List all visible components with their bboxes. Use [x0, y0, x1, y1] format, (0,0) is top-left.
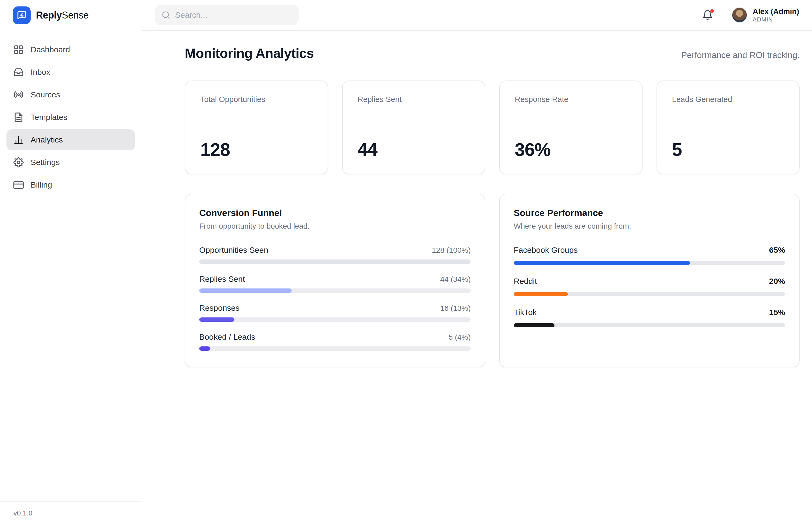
stat-value: 128	[200, 139, 313, 160]
source-row-value: 20%	[769, 277, 785, 286]
funnel-row-opportunities-seen: Opportunities Seen 128 (100%)	[199, 245, 471, 264]
user-role-badge: ADMIN	[753, 16, 799, 23]
sidebar-item-label: Sources	[31, 90, 60, 99]
app-window: ReplySense Dashboard	[0, 0, 812, 527]
broadcast-icon	[13, 90, 24, 100]
stat-value: 44	[358, 139, 470, 160]
funnel-row-booked-leads: Booked / Leads 5 (4%)	[199, 332, 471, 351]
progress-bar	[199, 346, 471, 351]
progress-bar-fill	[199, 288, 292, 293]
funnel-row-label: Booked / Leads	[199, 332, 255, 342]
brand: ReplySense	[0, 0, 142, 31]
sidebar-item-analytics[interactable]: Analytics	[6, 129, 135, 150]
sidebar-item-label: Dashboard	[31, 45, 70, 54]
panels-row: Conversion Funnel From opportunity to bo…	[185, 194, 800, 367]
topbar-right: Alex (Admin) ADMIN	[701, 7, 799, 23]
sidebar-item-templates[interactable]: Templates	[6, 107, 135, 128]
search-box[interactable]	[155, 5, 299, 25]
stat-card-total-opportunities: Total Opportunities 128	[185, 80, 328, 175]
stat-label: Total Opportunities	[200, 95, 313, 104]
funnel-row-value: 128 (100%)	[432, 246, 471, 255]
credit-card-icon	[13, 180, 24, 190]
funnel-row-replies-sent: Replies Sent 44 (34%)	[199, 274, 471, 293]
source-row-value: 65%	[769, 245, 785, 255]
source-row-value: 15%	[769, 308, 785, 317]
stat-label: Response Rate	[515, 95, 627, 104]
sidebar-item-sources[interactable]: Sources	[6, 84, 135, 105]
topbar-divider	[723, 8, 723, 22]
user-menu[interactable]: Alex (Admin) ADMIN	[732, 7, 799, 23]
sidebar-nav: Dashboard Inbox	[0, 31, 142, 501]
funnel-row-label: Replies Sent	[199, 274, 245, 284]
progress-bar-fill	[514, 323, 554, 327]
source-row-tiktok: TikTok 15%	[514, 308, 785, 327]
conversion-funnel-panel: Conversion Funnel From opportunity to bo…	[185, 194, 485, 367]
funnel-row-responses: Responses 16 (13%)	[199, 303, 471, 322]
search-input[interactable]	[175, 11, 292, 19]
bar-chart-icon	[13, 135, 24, 145]
topbar: Alex (Admin) ADMIN	[142, 0, 812, 31]
sidebar-item-inbox[interactable]: Inbox	[6, 62, 135, 82]
sidebar-item-label: Inbox	[31, 67, 50, 77]
user-name: Alex (Admin)	[753, 7, 799, 16]
panel-subtitle: Where your leads are coming from.	[514, 222, 785, 230]
page-title: Monitoring Analytics	[185, 46, 314, 61]
progress-bar-fill	[199, 346, 210, 351]
document-icon	[13, 112, 24, 122]
page-header: Monitoring Analytics Performance and ROI…	[185, 46, 800, 61]
sidebar-item-label: Templates	[31, 113, 68, 122]
source-row-reddit: Reddit 20%	[514, 277, 785, 296]
sidebar-item-label: Billing	[31, 180, 52, 190]
panel-title: Source Performance	[514, 208, 785, 218]
page-subtitle: Performance and ROI tracking.	[681, 50, 800, 60]
progress-bar-fill	[199, 317, 234, 322]
grid-icon	[13, 45, 24, 55]
progress-bar	[199, 288, 471, 293]
funnel-row-label: Opportunities Seen	[199, 245, 268, 255]
stat-card-leads-generated: Leads Generated 5	[656, 80, 800, 175]
funnel-row-value: 5 (4%)	[449, 333, 471, 342]
stat-card-replies-sent: Replies Sent 44	[342, 80, 485, 175]
progress-bar	[514, 292, 785, 296]
sidebar-item-label: Settings	[31, 158, 60, 167]
brand-logo-icon	[13, 6, 31, 24]
app-version: v0.1.0	[0, 501, 142, 527]
stat-value: 5	[672, 139, 784, 160]
panel-subtitle: From opportunity to booked lead.	[199, 222, 471, 230]
notification-dot	[710, 9, 714, 13]
source-performance-panel: Source Performance Where your leads are …	[499, 194, 800, 367]
brand-name: ReplySense	[36, 10, 89, 21]
sidebar: ReplySense Dashboard	[0, 0, 142, 527]
source-row-label: TikTok	[514, 308, 537, 317]
sidebar-item-billing[interactable]: Billing	[6, 175, 135, 195]
stat-card-response-rate: Response Rate 36%	[499, 80, 642, 175]
notifications-button[interactable]	[701, 9, 714, 21]
sidebar-item-label: Analytics	[31, 135, 63, 144]
main-column: Alex (Admin) ADMIN Monitoring Analytics …	[142, 0, 812, 527]
funnel-row-value: 44 (34%)	[440, 275, 471, 284]
gear-icon	[13, 157, 24, 167]
stat-label: Replies Sent	[358, 95, 470, 104]
funnel-row-label: Responses	[199, 303, 240, 313]
source-row-facebook-groups: Facebook Groups 65%	[514, 245, 785, 265]
panel-title: Conversion Funnel	[199, 208, 471, 218]
content-area: Monitoring Analytics Performance and ROI…	[142, 31, 812, 527]
stat-label: Leads Generated	[672, 95, 784, 104]
inbox-icon	[13, 67, 24, 77]
progress-bar	[514, 323, 785, 327]
sidebar-item-settings[interactable]: Settings	[6, 152, 135, 173]
stat-cards: Total Opportunities 128 Replies Sent 44 …	[185, 80, 800, 175]
progress-bar-fill	[199, 259, 471, 264]
funnel-row-value: 16 (13%)	[440, 304, 471, 313]
search-icon	[162, 11, 170, 19]
source-row-label: Reddit	[514, 277, 537, 286]
progress-bar-fill	[514, 261, 690, 265]
source-row-label: Facebook Groups	[514, 245, 578, 255]
progress-bar	[199, 317, 471, 322]
progress-bar-fill	[514, 292, 568, 296]
progress-bar	[199, 259, 471, 264]
progress-bar	[514, 261, 785, 265]
avatar	[732, 7, 747, 23]
stat-value: 36%	[515, 139, 627, 160]
sidebar-item-dashboard[interactable]: Dashboard	[6, 39, 135, 60]
